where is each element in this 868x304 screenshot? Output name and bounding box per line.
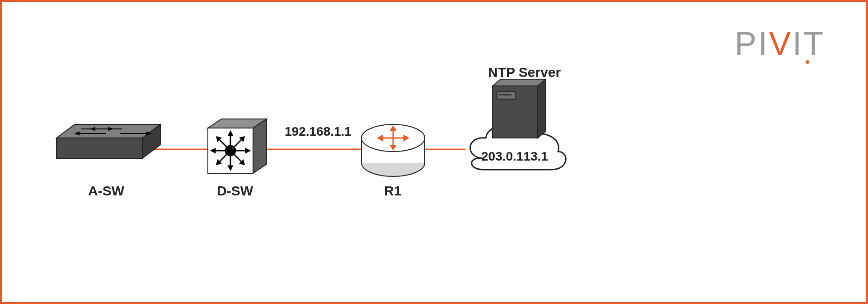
label-dsw: D-SW: [217, 183, 253, 199]
label-r1: R1: [384, 183, 401, 199]
label-asw: A-SW: [88, 183, 124, 199]
svg-marker-44: [493, 79, 546, 86]
diagram-frame: PIVIT: [0, 0, 868, 304]
label-ntp: NTP Server: [488, 65, 561, 80]
access-switch-icon: [56, 124, 160, 158]
distribution-switch-icon: [208, 119, 267, 173]
ip-r1: 192.168.1.1: [285, 124, 352, 139]
ip-ntp: 203.0.113.1: [481, 149, 548, 164]
svg-marker-45: [538, 79, 546, 138]
ntp-server-icon: [493, 79, 546, 138]
svg-rect-48: [499, 94, 511, 95]
router-icon: [361, 124, 425, 176]
svg-marker-12: [253, 119, 267, 173]
svg-marker-1: [56, 138, 142, 158]
network-diagram: [2, 2, 866, 302]
